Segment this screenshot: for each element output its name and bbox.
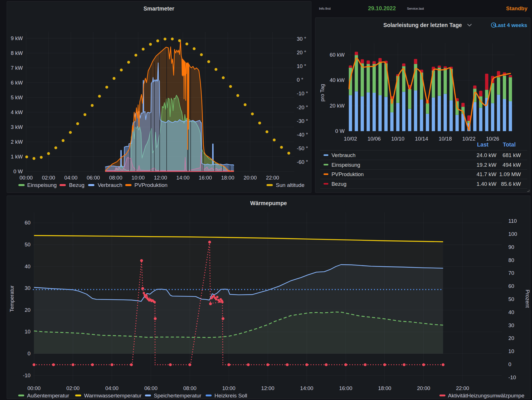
- svg-text:10:00: 10:00: [222, 385, 235, 391]
- svg-text:Einspeisung: Einspeisung: [332, 162, 360, 168]
- svg-text:20: 20: [24, 307, 30, 313]
- svg-text:10: 10: [508, 348, 514, 354]
- svg-text:04:00: 04:00: [64, 175, 77, 181]
- svg-text:20 kW: 20 kW: [330, 103, 345, 109]
- svg-text:18:00: 18:00: [221, 175, 234, 181]
- svg-text:9 kW: 9 kW: [11, 35, 23, 41]
- svg-text:30: 30: [24, 285, 30, 291]
- svg-text:10/02: 10/02: [344, 136, 357, 142]
- svg-text:AktivitätHeizungsumwälzpumpe: AktivitätHeizungsumwälzpumpe: [448, 393, 524, 399]
- svg-text:Info.first: Info.first: [319, 7, 331, 10]
- svg-text:08:00: 08:00: [109, 175, 122, 181]
- svg-text:24.0 kW: 24.0 kW: [476, 152, 496, 158]
- svg-text:Wärmepumpe: Wärmepumpe: [250, 200, 287, 206]
- svg-text:PVProduktion: PVProduktion: [134, 182, 167, 188]
- svg-text:pro Tag: pro Tag: [319, 84, 325, 101]
- svg-text:PVProduktion: PVProduktion: [332, 171, 364, 177]
- svg-text:100: 100: [508, 231, 517, 237]
- svg-text:12:00: 12:00: [154, 175, 167, 181]
- svg-text:14:00: 14:00: [176, 175, 189, 181]
- svg-text:04:00: 04:00: [105, 385, 118, 391]
- svg-text:02:00: 02:00: [66, 385, 79, 391]
- svg-text:Verbrauch: Verbrauch: [98, 182, 122, 188]
- svg-text:Solarleistung der letzten Tage: Solarleistung der letzten Tage: [383, 22, 462, 28]
- svg-text:1.40 kW: 1.40 kW: [476, 181, 496, 187]
- svg-text:08:00: 08:00: [183, 385, 196, 391]
- svg-text:18:00: 18:00: [378, 385, 391, 391]
- svg-text:Warmwassertemperatur: Warmwassertemperatur: [84, 393, 142, 399]
- svg-text:10/06: 10/06: [368, 136, 381, 142]
- svg-text:3 kW: 3 kW: [11, 124, 23, 130]
- svg-text:14:00: 14:00: [300, 385, 313, 391]
- svg-text:20:00: 20:00: [244, 175, 257, 181]
- svg-text:1.09 MW: 1.09 MW: [499, 171, 521, 177]
- svg-text:-30 °: -30 °: [297, 118, 308, 124]
- svg-text:Sun altitude: Sun altitude: [276, 182, 304, 188]
- svg-text:Heizkreis Soll: Heizkreis Soll: [214, 393, 247, 399]
- svg-text:02:00: 02:00: [42, 175, 55, 181]
- svg-text:Last 4 weeks: Last 4 weeks: [495, 22, 527, 28]
- svg-text:0: 0: [508, 361, 511, 367]
- svg-text:10 °: 10 °: [297, 63, 306, 69]
- svg-text:8 kW: 8 kW: [11, 50, 23, 56]
- svg-text:Temperatur: Temperatur: [9, 285, 15, 312]
- svg-text:-50 °: -50 °: [297, 145, 308, 151]
- svg-text:Einspeisung: Einspeisung: [27, 182, 57, 188]
- svg-text:00:00: 00:00: [27, 385, 40, 391]
- svg-text:10/10: 10/10: [391, 136, 404, 142]
- svg-text:5 kW: 5 kW: [11, 94, 23, 100]
- svg-text:0 °: 0 °: [297, 77, 303, 83]
- svg-text:16:00: 16:00: [199, 175, 212, 181]
- svg-text:41.7 kW: 41.7 kW: [476, 171, 496, 177]
- svg-text:0 W: 0 W: [335, 128, 345, 134]
- svg-text:40: 40: [508, 309, 514, 315]
- svg-text:06:00: 06:00: [87, 175, 100, 181]
- svg-text:681 kW: 681 kW: [503, 152, 521, 158]
- svg-text:7 kW: 7 kW: [11, 65, 23, 71]
- svg-text:-10 °: -10 °: [297, 90, 308, 96]
- svg-text:50: 50: [24, 242, 30, 248]
- svg-text:70: 70: [508, 270, 514, 276]
- svg-text:Smartmeter: Smartmeter: [144, 5, 175, 12]
- svg-text:85.6 kW: 85.6 kW: [501, 181, 521, 187]
- svg-text:30 °: 30 °: [297, 36, 306, 42]
- svg-text:Service.last: Service.last: [407, 7, 424, 10]
- svg-text:0: 0: [28, 350, 30, 356]
- svg-text:-40 °: -40 °: [297, 132, 308, 138]
- svg-text:06:00: 06:00: [144, 385, 157, 391]
- svg-text:20 °: 20 °: [297, 50, 306, 55]
- svg-text:110: 110: [508, 218, 517, 224]
- svg-text:2 kW: 2 kW: [11, 139, 23, 145]
- svg-text:Speichertemperatur: Speichertemperatur: [154, 393, 202, 399]
- svg-text:40: 40: [24, 263, 30, 269]
- svg-text:Last: Last: [477, 141, 489, 148]
- svg-text:1 kW: 1 kW: [11, 154, 23, 160]
- svg-text:50: 50: [508, 296, 514, 302]
- svg-text:Verbrauch: Verbrauch: [332, 152, 355, 158]
- svg-text:10/26: 10/26: [486, 136, 499, 142]
- svg-text:20: 20: [508, 335, 514, 341]
- svg-text:19.2 kW: 19.2 kW: [476, 162, 496, 168]
- svg-text:-20 °: -20 °: [297, 104, 308, 110]
- svg-text:10/14: 10/14: [415, 136, 428, 142]
- svg-text:16:00: 16:00: [339, 385, 352, 391]
- svg-text:-60 °: -60 °: [297, 159, 308, 165]
- svg-text:40 kW: 40 kW: [330, 77, 345, 83]
- svg-text:10: 10: [24, 329, 30, 335]
- svg-text:10/18: 10/18: [439, 136, 452, 142]
- svg-text:Bezug: Bezug: [332, 181, 346, 187]
- svg-text:60: 60: [508, 283, 514, 289]
- svg-text:Prozent: Prozent: [525, 290, 531, 308]
- svg-text:0 W: 0 W: [13, 168, 23, 174]
- svg-text:22:00: 22:00: [456, 385, 469, 391]
- svg-text:30: 30: [508, 322, 514, 328]
- svg-text:Total: Total: [503, 141, 515, 148]
- svg-text:12:00: 12:00: [261, 385, 274, 391]
- svg-text:494 kW: 494 kW: [503, 162, 521, 168]
- svg-text:22:00: 22:00: [266, 175, 279, 181]
- svg-text:60: 60: [24, 220, 30, 226]
- svg-text:Standby: Standby: [506, 5, 527, 11]
- svg-text:90: 90: [508, 244, 514, 250]
- svg-text:-10: -10: [23, 372, 30, 378]
- svg-text:20:00: 20:00: [417, 385, 430, 391]
